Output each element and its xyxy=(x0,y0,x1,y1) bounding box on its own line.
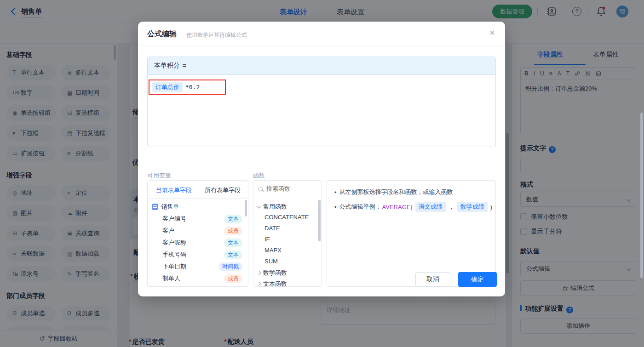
form-doc-icon xyxy=(152,204,158,210)
function-item[interactable]: SUM xyxy=(264,258,278,265)
chevron-right-icon xyxy=(257,282,261,286)
variable-row[interactable]: 客户成员 xyxy=(148,225,248,237)
function-item[interactable]: IF xyxy=(264,236,270,243)
search-icon xyxy=(258,187,263,191)
variables-tabs: 当前表单字段 所有表单字段 xyxy=(148,181,248,199)
function-item[interactable]: MAPX xyxy=(264,247,282,254)
hint-line-1: •从左侧面板选择字段名和函数，或输入函数 xyxy=(334,188,453,196)
group-common-functions[interactable]: 常用函数 xyxy=(257,203,287,211)
variable-row[interactable]: 客户编号文本 xyxy=(148,213,248,225)
functions-scrollbar[interactable] xyxy=(318,200,321,241)
chevron-down-icon xyxy=(257,204,261,209)
modal-header: 公式编辑 使用数学运算符编辑公式 × xyxy=(138,22,505,46)
type-badge: 成员 xyxy=(224,274,242,283)
variable-row[interactable]: 制单人成员 xyxy=(148,273,248,284)
form-tree-node[interactable]: 销售单 xyxy=(148,201,248,213)
function-item[interactable]: DATE xyxy=(264,225,280,232)
example-chip: 数学成绩 xyxy=(457,202,488,212)
app-root: 销售单 表单设计 表单设置 数据管理 ? 理 表单外链 后端脚本 数据权 预览 … xyxy=(0,0,644,347)
bullet: • xyxy=(334,189,337,196)
type-badge: 文本 xyxy=(224,215,242,223)
chevron-right-icon xyxy=(257,271,261,275)
search-input[interactable] xyxy=(266,185,312,192)
formula-editor-modal: 公式编辑 使用数学运算符编辑公式 × 本单积分 = 订单总价 *0.2 可用变量… xyxy=(138,22,505,296)
type-badge: 成员 xyxy=(224,227,242,235)
modal-title: 公式编辑 xyxy=(147,29,177,39)
bullet: • xyxy=(334,204,337,210)
variable-row[interactable]: 手机号码文本 xyxy=(148,249,248,261)
type-badge: 文本 xyxy=(224,250,242,259)
example-chip: 语文成绩 xyxy=(415,202,446,212)
functions-label: 函数 xyxy=(253,171,265,180)
annotation-highlight: 订单总价 *0.2 xyxy=(149,80,226,95)
group-text-functions[interactable]: 文本函数 xyxy=(257,280,287,287)
hint-panel: •从左侧面板选择字段名和函数，或输入函数 • 公式编辑举例：AVERAGE( 语… xyxy=(327,180,496,287)
hint-line-2: • 公式编辑举例：AVERAGE( 语文成绩 ， 数学成绩 ) xyxy=(334,202,492,212)
page-scrollbar[interactable] xyxy=(640,113,643,278)
field-chip[interactable]: 订单总价 xyxy=(152,82,183,92)
formula-editor[interactable]: 本单积分 = 订单总价 *0.2 xyxy=(147,57,496,147)
type-badge: 文本 xyxy=(224,239,242,247)
functions-panel: 常用函数 CONCATENATE DATE IF MAPX SUM 数学函数 文… xyxy=(253,180,322,287)
variables-scrollbar[interactable] xyxy=(245,200,247,216)
function-name: AVERAGE( xyxy=(382,204,413,210)
tab-all-form-fields[interactable]: 所有表单字段 xyxy=(205,186,241,194)
variable-row[interactable]: 客户昵称文本 xyxy=(148,237,248,249)
group-math-functions[interactable]: 数学函数 xyxy=(257,269,287,277)
formula-expression[interactable]: *0.2 xyxy=(185,84,200,91)
function-item[interactable]: CONCATENATE xyxy=(264,214,309,221)
close-icon[interactable]: × xyxy=(489,28,495,37)
cancel-button[interactable]: 取消 xyxy=(415,272,450,287)
variables-panel: 当前表单字段 所有表单字段 销售单 客户编号文本 客户成员 客户昵称文本 手机号… xyxy=(147,180,248,287)
tab-current-form-fields[interactable]: 当前表单字段 xyxy=(156,186,192,194)
equals-sign: = xyxy=(183,62,186,69)
function-search[interactable] xyxy=(253,181,322,197)
formula-target-row: 本单积分 = xyxy=(148,57,495,75)
modal-subtitle: 使用数学运算符编辑公式 xyxy=(186,31,247,39)
type-badge: 时间戳 xyxy=(218,262,242,271)
variables-label: 可用变量 xyxy=(147,171,171,180)
confirm-button[interactable]: 确定 xyxy=(458,272,497,287)
variable-row[interactable]: 下单日期时间戳 xyxy=(148,261,248,273)
formula-target-field: 本单积分 xyxy=(154,62,180,70)
